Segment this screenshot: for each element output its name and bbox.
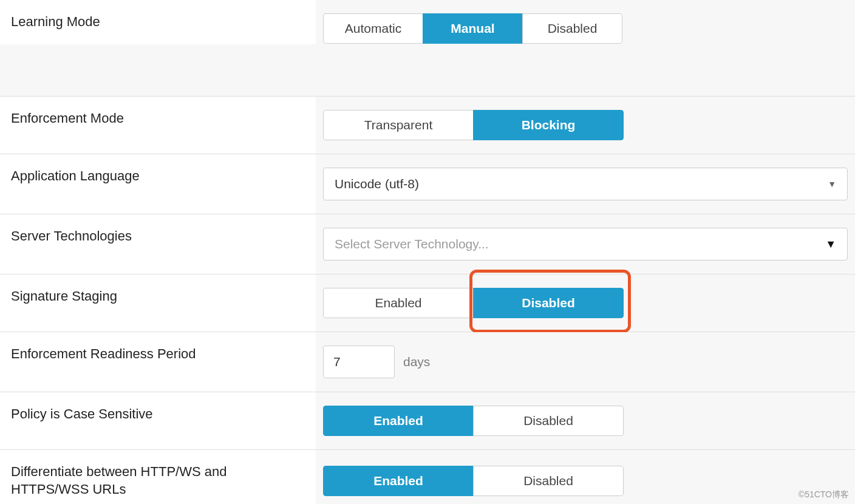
enforcement-mode-transparent[interactable]: Transparent [323, 110, 474, 140]
value-application-language: Unicode (utf-8) ▼ [316, 154, 855, 214]
value-learning-mode: Automatic Manual Disabled [316, 0, 855, 57]
learning-mode-toggle: Automatic Manual Disabled [323, 13, 622, 44]
label-application-language: Application Language [0, 154, 316, 214]
differentiate-http-enabled[interactable]: Enabled [323, 466, 474, 496]
policy-case-sensitive-toggle: Enabled Disabled [323, 406, 624, 436]
policy-case-sensitive-enabled[interactable]: Enabled [323, 406, 474, 436]
row-server-technologies: Server Technologies Select Server Techno… [0, 214, 855, 274]
differentiate-http-disabled[interactable]: Disabled [473, 466, 624, 496]
value-policy-case-sensitive: Enabled Disabled [316, 392, 855, 449]
learning-mode-automatic[interactable]: Automatic [323, 13, 423, 44]
value-enforcement-readiness-period: days [316, 332, 855, 392]
signature-staging-disabled[interactable]: Disabled [473, 288, 624, 318]
value-server-technologies: Select Server Technology... ▼ [316, 214, 855, 274]
label-policy-case-sensitive: Policy is Case Sensitive [0, 392, 316, 449]
label-differentiate-http: Differentiate between HTTP/WS and HTTPS/… [0, 450, 316, 504]
server-technologies-placeholder: Select Server Technology... [335, 237, 489, 251]
row-learning-mode: Learning Mode Automatic Manual Disabled [0, 0, 855, 97]
row-policy-case-sensitive: Policy is Case Sensitive Enabled Disable… [0, 392, 855, 450]
row-signature-staging: Signature Staging Enabled Disabled [0, 274, 855, 332]
label-server-technologies: Server Technologies [0, 214, 316, 274]
application-language-value: Unicode (utf-8) [335, 177, 419, 191]
policy-case-sensitive-disabled[interactable]: Disabled [473, 406, 624, 436]
enforcement-mode-blocking[interactable]: Blocking [473, 110, 624, 140]
label-enforcement-readiness-period: Enforcement Readiness Period [0, 332, 316, 392]
learning-mode-disabled[interactable]: Disabled [522, 13, 622, 44]
enforcement-mode-toggle: Transparent Blocking [323, 110, 624, 140]
enforcement-readiness-period-input[interactable] [323, 346, 395, 378]
row-application-language: Application Language Unicode (utf-8) ▼ [0, 154, 855, 214]
value-differentiate-http: Enabled Disabled [316, 450, 855, 504]
value-signature-staging: Enabled Disabled [316, 274, 855, 332]
chevron-down-icon: ▼ [825, 238, 836, 251]
server-technologies-select[interactable]: Select Server Technology... ▼ [323, 228, 848, 261]
enforcement-readiness-period-unit: days [403, 355, 430, 369]
label-learning-mode: Learning Mode [0, 0, 316, 44]
row-enforcement-readiness-period: Enforcement Readiness Period days [0, 332, 855, 392]
signature-staging-toggle: Enabled Disabled [323, 288, 624, 318]
watermark: ©51CTO博客 [799, 489, 849, 500]
signature-staging-enabled[interactable]: Enabled [323, 288, 474, 318]
value-enforcement-mode: Transparent Blocking [316, 97, 855, 154]
chevron-down-icon: ▼ [828, 179, 836, 189]
label-enforcement-mode: Enforcement Mode [0, 97, 316, 154]
row-differentiate-http: Differentiate between HTTP/WS and HTTPS/… [0, 449, 855, 504]
learning-mode-manual[interactable]: Manual [423, 13, 523, 44]
application-language-select[interactable]: Unicode (utf-8) ▼ [323, 168, 848, 200]
row-enforcement-mode: Enforcement Mode Transparent Blocking [0, 96, 855, 154]
differentiate-http-toggle: Enabled Disabled [323, 466, 624, 496]
label-signature-staging: Signature Staging [0, 274, 316, 332]
